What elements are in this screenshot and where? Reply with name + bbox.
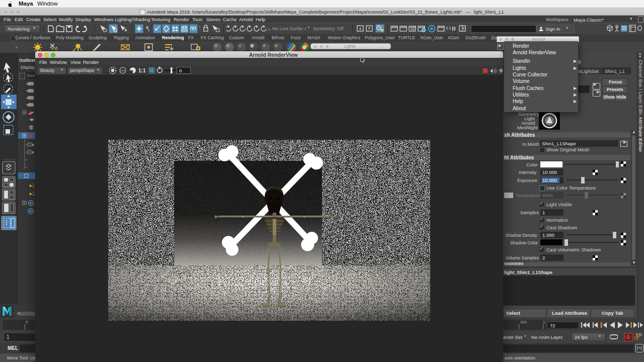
svg-text:?: ? <box>199 25 200 32</box>
svg-text:IPR: IPR <box>411 28 415 31</box>
svg-text:0: 0 <box>179 68 182 73</box>
svg-text:1:1: 1:1 <box>138 68 146 73</box>
svg-text:RGB: RGB <box>120 69 125 72</box>
